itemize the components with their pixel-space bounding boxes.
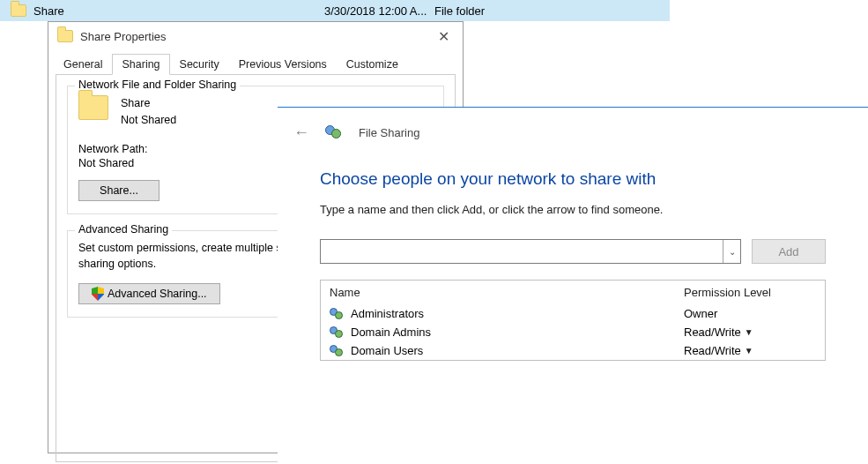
add-button[interactable]: Add bbox=[752, 239, 826, 264]
file-sharing-dialog: ← File Sharing Choose people on your net… bbox=[278, 107, 868, 464]
people-group-icon bbox=[330, 326, 344, 339]
explorer-row[interactable]: Share 3/30/2018 12:00 A... File folder bbox=[0, 0, 670, 21]
people-dropdown-button[interactable]: ⌄ bbox=[723, 240, 740, 263]
chevron-down-icon: ▼ bbox=[745, 327, 753, 337]
file-type: File folder bbox=[434, 4, 670, 18]
file-sharing-subtext: Type a name and then click Add, or click… bbox=[320, 203, 826, 216]
file-sharing-title: File Sharing bbox=[359, 126, 419, 139]
group-legend: Network File and Folder Sharing bbox=[75, 79, 240, 91]
close-button[interactable]: ✕ bbox=[424, 24, 463, 49]
permission-cell: Owner bbox=[684, 307, 816, 320]
table-row[interactable]: Domain AdminsRead/Write▼ bbox=[321, 323, 825, 341]
share-item-status: Not Shared bbox=[121, 112, 176, 129]
permission-cell[interactable]: Read/Write▼ bbox=[684, 344, 816, 357]
people-table: Name Permission Level AdministratorsOwne… bbox=[320, 280, 826, 361]
permission-cell[interactable]: Read/Write▼ bbox=[684, 326, 816, 339]
file-name: Share bbox=[33, 4, 324, 18]
folder-icon bbox=[57, 30, 73, 42]
table-row[interactable]: AdministratorsOwner bbox=[321, 304, 825, 323]
folder-icon bbox=[78, 95, 108, 120]
share-item-name: Share bbox=[121, 95, 176, 112]
tab-general[interactable]: General bbox=[54, 54, 112, 75]
people-group-icon bbox=[330, 345, 344, 357]
group-legend: Advanced Sharing bbox=[75, 223, 172, 236]
tab-sharing[interactable]: Sharing bbox=[112, 54, 169, 75]
tab-customize[interactable]: Customize bbox=[337, 54, 408, 75]
permission-value: Read/Write bbox=[684, 344, 741, 357]
table-row[interactable]: Domain UsersRead/Write▼ bbox=[321, 341, 825, 360]
share-button-label: Share... bbox=[100, 184, 138, 197]
tab-previous-versions[interactable]: Previous Versions bbox=[229, 54, 337, 75]
row-name: Domain Users bbox=[351, 344, 423, 357]
chevron-down-icon: ⌄ bbox=[729, 247, 736, 257]
properties-title: Share Properties bbox=[80, 30, 424, 43]
properties-titlebar[interactable]: Share Properties ✕ bbox=[48, 22, 463, 50]
advanced-sharing-button-label: Advanced Sharing... bbox=[108, 288, 207, 300]
people-group-icon bbox=[325, 125, 343, 139]
add-button-label: Add bbox=[778, 245, 798, 258]
people-table-header: Name Permission Level bbox=[321, 281, 825, 304]
people-group-icon bbox=[330, 308, 344, 320]
advanced-sharing-button[interactable]: Advanced Sharing... bbox=[78, 283, 220, 304]
permission-value: Read/Write bbox=[684, 326, 741, 339]
folder-icon bbox=[11, 4, 26, 17]
column-name[interactable]: Name bbox=[330, 286, 684, 299]
tab-security[interactable]: Security bbox=[170, 54, 229, 75]
row-name-cell: Domain Users bbox=[330, 344, 684, 357]
file-date: 3/30/2018 12:00 A... bbox=[324, 4, 434, 18]
row-name-cell: Domain Admins bbox=[330, 326, 684, 339]
properties-tabs: General Sharing Security Previous Versio… bbox=[48, 50, 463, 74]
permission-value: Owner bbox=[684, 307, 717, 320]
row-name: Domain Admins bbox=[351, 326, 431, 339]
file-sharing-header: ← File Sharing bbox=[278, 108, 868, 157]
column-permission[interactable]: Permission Level bbox=[684, 286, 816, 299]
row-name-cell: Administrators bbox=[330, 307, 684, 320]
back-button[interactable]: ← bbox=[293, 123, 309, 142]
people-combobox[interactable]: ⌄ bbox=[320, 239, 741, 264]
close-icon: ✕ bbox=[438, 28, 449, 45]
share-button[interactable]: Share... bbox=[78, 180, 160, 201]
chevron-down-icon: ▼ bbox=[745, 346, 753, 355]
people-input[interactable] bbox=[321, 240, 723, 263]
file-sharing-heading: Choose people on your network to share w… bbox=[320, 169, 826, 189]
shield-icon bbox=[92, 287, 104, 301]
row-name: Administrators bbox=[351, 307, 424, 320]
